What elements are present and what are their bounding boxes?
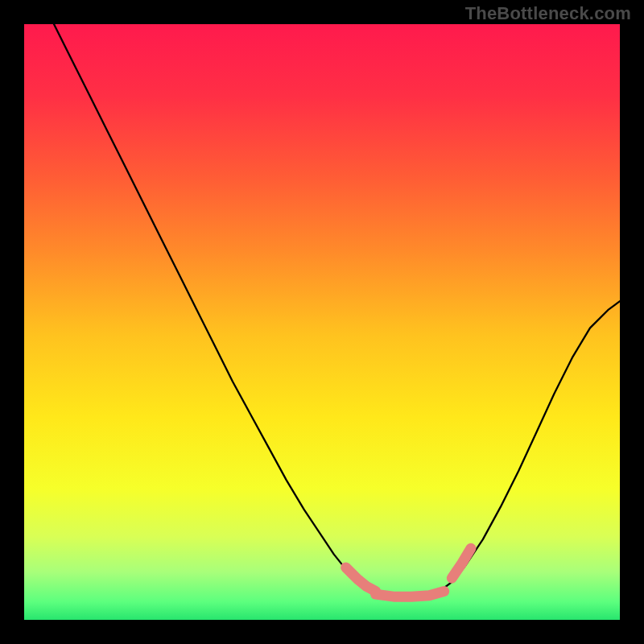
series-highlight-bottom xyxy=(376,591,444,597)
plot-area xyxy=(24,24,620,620)
watermark-text: TheBottleneck.com xyxy=(465,3,631,24)
gradient-background xyxy=(24,24,620,620)
plot-svg xyxy=(24,24,620,620)
chart-stage: TheBottleneck.com xyxy=(0,0,644,644)
